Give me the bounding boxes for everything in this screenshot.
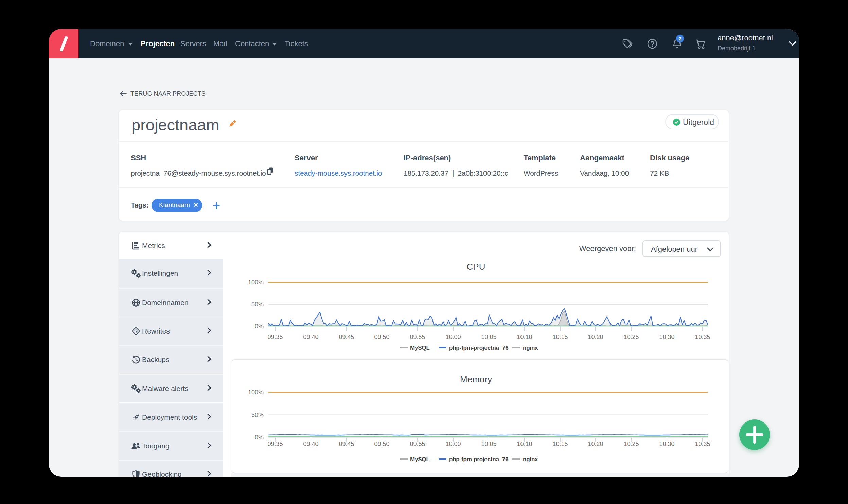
svg-text:0%: 0% <box>255 323 264 330</box>
svg-text:10:00: 10:00 <box>445 334 461 340</box>
svg-text:09:45: 09:45 <box>339 334 354 340</box>
svg-text:09:50: 09:50 <box>374 334 389 340</box>
svg-text:10:25: 10:25 <box>623 334 639 340</box>
svg-text:php-fpm-projectna_76: php-fpm-projectna_76 <box>449 345 509 351</box>
svg-text:MySQL: MySQL <box>410 345 430 351</box>
svg-text:09:55: 09:55 <box>410 334 425 340</box>
svg-text:10:05: 10:05 <box>481 334 496 340</box>
svg-text:50%: 50% <box>251 301 264 308</box>
svg-text:10:15: 10:15 <box>552 334 568 340</box>
svg-text:CPU: CPU <box>467 262 485 272</box>
svg-text:10:35: 10:35 <box>695 334 710 340</box>
svg-text:09:35: 09:35 <box>267 334 283 340</box>
svg-text:nginx: nginx <box>523 345 538 351</box>
svg-text:10:10: 10:10 <box>517 334 532 340</box>
svg-text:10:30: 10:30 <box>659 334 674 340</box>
svg-text:100%: 100% <box>248 279 264 286</box>
svg-text:10:20: 10:20 <box>588 334 603 340</box>
svg-text:09:40: 09:40 <box>303 334 318 340</box>
